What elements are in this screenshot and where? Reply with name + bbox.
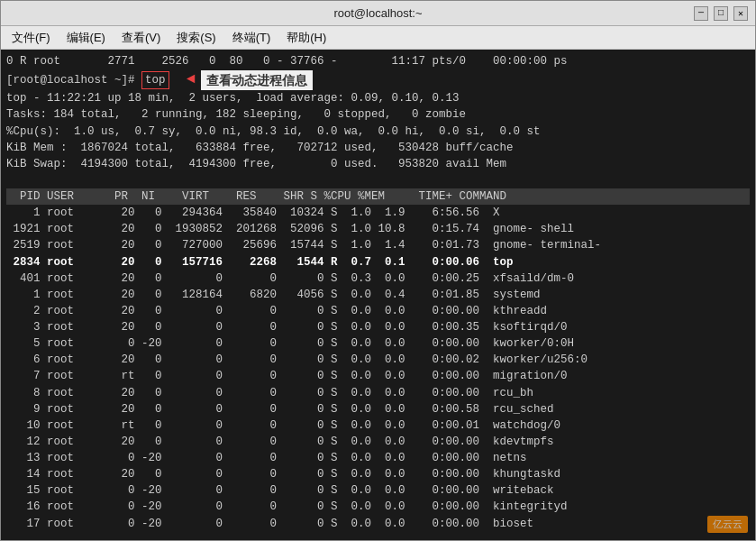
watermark-label: 亿云云 (707, 516, 748, 533)
top-table-rows: 1 root 20 0 294364 35840 10324 S 1.0 1.9… (6, 205, 750, 532)
table-row: 5 root 0 -20 0 0 0 S 0.0 0.0 0:00.00 kwo… (6, 335, 750, 352)
terminal-container: 0 R root 2771 2526 0 80 0 - 37766 - 11:1… (1, 50, 755, 540)
table-row: 10 root rt 0 0 0 0 S 0.0 0.0 0:00.01 wat… (6, 417, 750, 434)
menu-edit[interactable]: 编辑(E) (59, 28, 113, 48)
title-bar: root@localhost:~ ─ □ ✕ (1, 1, 755, 26)
top-line7: KiB Swap: 4194300 total, 4194300 free, 0… (6, 156, 750, 172)
terminal-body[interactable]: 0 R root 2771 2526 0 80 0 - 37766 - 11:1… (1, 50, 755, 540)
table-row: 15 root 0 -20 0 0 0 S 0.0 0.0 0:00.00 wr… (6, 482, 750, 499)
top-line3: top - 11:22:21 up 18 min, 2 users, load … (6, 90, 750, 106)
table-row: 13 root 0 -20 0 0 0 S 0.0 0.0 0:00.00 ne… (6, 450, 750, 466)
window-title: root@localhost:~ (62, 6, 694, 20)
top-line4: Tasks: 184 total, 2 running, 182 sleepin… (6, 106, 750, 123)
top-table-header: PID USER PR NI VIRT RES SHR S %CPU %MEM … (6, 188, 750, 205)
menu-terminal[interactable]: 终端(T) (225, 28, 278, 48)
top-line5: %Cpu(s): 1.0 us, 0.7 sy, 0.0 ni, 98.3 id… (6, 124, 750, 140)
menu-view[interactable]: 查看(V) (114, 28, 168, 48)
menu-search[interactable]: 搜索(S) (169, 28, 223, 48)
watermark: 亿云云 (707, 516, 748, 533)
ps-output-line: 0 R root 2771 2526 0 80 0 - 37766 - 11:1… (6, 53, 750, 69)
table-row: 2834 root 20 0 157716 2268 1544 R 0.7 0.… (6, 254, 750, 270)
menu-bar: 文件(F) 编辑(E) 查看(V) 搜索(S) 终端(T) 帮助(H) (1, 26, 755, 50)
top-command: top (141, 71, 169, 89)
table-row: 7 root rt 0 0 0 0 S 0.0 0.0 0:00.00 migr… (6, 368, 750, 384)
annotation-text: 查看动态进程信息 (201, 70, 313, 90)
close-button[interactable]: ✕ (733, 6, 748, 21)
top-blank (6, 172, 750, 188)
table-row: 401 root 20 0 0 0 0 S 0.3 0.0 0:00.25 xf… (6, 270, 750, 287)
menu-file[interactable]: 文件(F) (5, 28, 58, 48)
maximize-button[interactable]: □ (714, 6, 728, 21)
table-row: 9 root 20 0 0 0 0 S 0.0 0.0 0:00.58 rcu_… (6, 401, 750, 417)
top-line6: KiB Mem : 1867024 total, 633884 free, 70… (6, 140, 750, 156)
minimize-button[interactable]: ─ (694, 6, 708, 21)
table-row: 12 root 20 0 0 0 0 S 0.0 0.0 0:00.00 kde… (6, 434, 750, 450)
menu-help[interactable]: 帮助(H) (279, 28, 333, 48)
prompt-text: [root@localhost ~]# (6, 72, 141, 88)
table-row: 8 root 20 0 0 0 0 S 0.0 0.0 0:00.00 rcu_… (6, 385, 750, 401)
window-controls: ─ □ ✕ (694, 6, 748, 21)
prompt-annotation-row: [root@localhost ~]# top ◄ 查看动态进程信息 (6, 69, 750, 90)
table-row: 17 root 0 -20 0 0 0 S 0.0 0.0 0:00.00 bi… (6, 516, 750, 532)
table-row: 1 root 20 0 128164 6820 4056 S 0.0 0.4 0… (6, 287, 750, 303)
table-row: 14 root 20 0 0 0 0 S 0.0 0.0 0:00.00 khu… (6, 466, 750, 482)
arrow-icon: ◄ (187, 69, 196, 90)
table-row: 1 root 20 0 294364 35840 10324 S 1.0 1.9… (6, 205, 750, 221)
terminal-window: root@localhost:~ ─ □ ✕ 文件(F) 编辑(E) 查看(V)… (0, 0, 756, 541)
table-row: 1921 root 20 0 1930852 201268 52096 S 1.… (6, 221, 750, 237)
table-row: 16 root 0 -20 0 0 0 S 0.0 0.0 0:00.00 ki… (6, 499, 750, 515)
table-row: 2 root 20 0 0 0 0 S 0.0 0.0 0:00.00 kthr… (6, 303, 750, 319)
table-row: 6 root 20 0 0 0 0 S 0.0 0.0 0:00.02 kwor… (6, 352, 750, 368)
table-row: 3 root 20 0 0 0 0 S 0.0 0.0 0:00.35 ksof… (6, 319, 750, 335)
table-row: 2519 root 20 0 727000 25696 15744 S 1.0 … (6, 237, 750, 253)
